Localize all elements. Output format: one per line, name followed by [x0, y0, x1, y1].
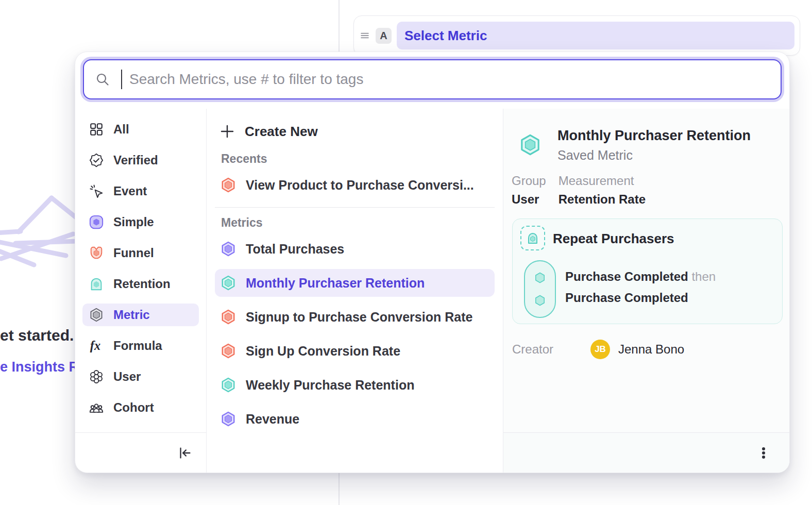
- sidebar-item-label: User: [113, 369, 141, 384]
- creator-name: Jenna Bono: [618, 342, 684, 357]
- funnel-metric-hexagon-icon: [220, 309, 236, 325]
- step-hexagon-icon: [530, 268, 550, 288]
- select-metric-button[interactable]: Select Metric: [397, 22, 794, 49]
- metrics-heading: Metrics: [221, 216, 503, 230]
- saved-metric-definition-card: Repeat Purchasers Purchase Completed the…: [512, 218, 783, 324]
- card-title: Repeat Purchasers: [553, 231, 674, 247]
- sidebar-item-label: Metric: [113, 308, 150, 322]
- retention-steps-capsule: [524, 260, 556, 318]
- sidebar-item-label: Cohort: [113, 400, 154, 415]
- measurement-meta: Measurement Retention Rate: [559, 174, 646, 207]
- metric-hexagon-icon: [89, 307, 104, 323]
- recent-item-label: View Product to Purchase Conversi...: [246, 178, 474, 193]
- recent-item[interactable]: View Product to Purchase Conversi...: [215, 171, 495, 199]
- collapse-sidebar-icon[interactable]: [177, 445, 193, 461]
- metric-picker-modal: All Verified Event: [75, 52, 790, 473]
- metric-letter-badge: A: [376, 28, 392, 44]
- detail-title: Monthly Purchaser Retention: [557, 127, 751, 145]
- kebab-menu-icon[interactable]: [756, 445, 771, 461]
- line-sketch-illustration: [0, 192, 77, 284]
- select-metric-label: Select Metric: [404, 28, 487, 44]
- verified-badge-icon: [89, 153, 104, 168]
- metric-item-label: Revenue: [246, 412, 299, 427]
- retention-metric-hexagon-icon: [518, 127, 542, 163]
- sidebar-item-cohort[interactable]: Cohort: [82, 396, 199, 419]
- sidebar-item-label: Funnel: [113, 246, 154, 260]
- metric-item-label: Sign Up Conversion Rate: [246, 344, 400, 359]
- modal-columns: All Verified Event: [75, 109, 789, 473]
- cohort-people-icon: [89, 400, 104, 415]
- creator-label: Creator: [512, 342, 590, 357]
- simple-square-icon: [89, 214, 104, 230]
- grid-icon: [89, 122, 104, 137]
- metric-item-label: Weekly Purchase Retention: [246, 378, 414, 393]
- sidebar-item-event[interactable]: Event: [82, 180, 199, 203]
- simple-metric-hexagon-icon: [220, 241, 236, 257]
- step-2-event: Purchase Completed: [565, 291, 688, 305]
- step-1-then: then: [691, 270, 716, 283]
- metric-item-revenue[interactable]: Revenue: [215, 405, 495, 433]
- step-2: Purchase Completed: [565, 291, 688, 305]
- sidebar-footer: [75, 432, 206, 473]
- sidebar-item-simple[interactable]: Simple: [82, 211, 199, 233]
- retention-arch-icon: [89, 276, 104, 292]
- creator-row: Creator JB Jenna Bono: [512, 340, 783, 359]
- sidebar-item-user[interactable]: User: [82, 365, 199, 388]
- creator-avatar: JB: [590, 340, 610, 359]
- detail-subtitle: Saved Metric: [557, 148, 751, 163]
- metric-item-signup-to-purchase-conversion-rate[interactable]: Signup to Purchase Conversion Rate: [215, 303, 495, 331]
- sidebar-item-label: Formula: [113, 339, 162, 353]
- metric-item-monthly-purchaser-retention[interactable]: Monthly Purchaser Retention: [215, 269, 495, 297]
- sidebar-item-all[interactable]: All: [82, 118, 199, 141]
- measurement-label: Measurement: [559, 174, 646, 188]
- plus-icon: [220, 124, 234, 139]
- create-new-label: Create New: [245, 124, 318, 140]
- group-value: User: [512, 192, 546, 207]
- search-icon: [95, 72, 110, 87]
- step-hexagon-icon: [530, 291, 550, 310]
- funnel-metric-hexagon-icon: [220, 343, 236, 359]
- metric-selector-bar: A Select Metric: [353, 15, 800, 56]
- simple-metric-hexagon-icon: [220, 411, 236, 427]
- sidebar-item-retention[interactable]: Retention: [82, 273, 199, 295]
- sidebar-item-funnel[interactable]: Funnel: [82, 242, 199, 264]
- metric-item-label: Signup to Purchase Conversion Rate: [246, 310, 472, 325]
- funnel-metric-hexagon-icon: [220, 177, 236, 193]
- sidebar-item-label: Simple: [113, 215, 154, 229]
- formula-fx-icon: fx: [89, 338, 104, 354]
- metric-item-sign-up-conversion-rate[interactable]: Sign Up Conversion Rate: [215, 337, 495, 365]
- sidebar-item-verified[interactable]: Verified: [82, 149, 199, 172]
- metric-list-column: Create New Recents View Product to Purch…: [207, 109, 503, 473]
- retention-metric-hexagon-icon: [220, 275, 236, 291]
- funnel-icon: [89, 245, 104, 261]
- drag-handle-icon[interactable]: [359, 30, 370, 41]
- filter-sidebar: All Verified Event: [75, 109, 207, 473]
- step-1: Purchase Completed then: [565, 270, 716, 284]
- user-cluster-icon: [89, 369, 104, 384]
- retention-dashed-icon: [520, 226, 545, 250]
- sidebar-item-metric[interactable]: Metric: [82, 304, 199, 326]
- metric-item-total-purchases[interactable]: Total Purchases: [215, 235, 495, 263]
- detail-header: Monthly Purchaser Retention Saved Metric: [518, 127, 751, 163]
- create-new-button[interactable]: Create New: [215, 119, 495, 144]
- detail-meta: Group User Measurement Retention Rate: [512, 174, 646, 207]
- sidebar-item-label: Verified: [113, 153, 158, 167]
- metric-detail-panel: Monthly Purchaser Retention Saved Metric…: [503, 109, 789, 473]
- sidebar-item-label: All: [113, 122, 129, 137]
- metric-item-weekly-purchase-retention[interactable]: Weekly Purchase Retention: [215, 371, 495, 399]
- insights-report-link[interactable]: e Insights Re: [0, 359, 87, 375]
- sidebar-item-label: Event: [113, 184, 147, 198]
- sidebar-item-formula[interactable]: fx Formula: [82, 334, 199, 357]
- metric-item-label: Monthly Purchaser Retention: [246, 276, 425, 291]
- measurement-value: Retention Rate: [559, 192, 646, 207]
- metric-selector-screen: et started. e Insights Re A Select Metri…: [0, 0, 812, 505]
- get-started-text: et started.: [0, 327, 74, 344]
- group-meta: Group User: [512, 174, 546, 207]
- search-field[interactable]: [83, 59, 782, 99]
- recents-heading: Recents: [221, 152, 503, 166]
- detail-footer: [503, 432, 789, 473]
- search-input[interactable]: [129, 71, 769, 88]
- group-label: Group: [512, 174, 546, 188]
- svg-text:fx: fx: [90, 339, 100, 352]
- sidebar-item-label: Retention: [113, 277, 171, 291]
